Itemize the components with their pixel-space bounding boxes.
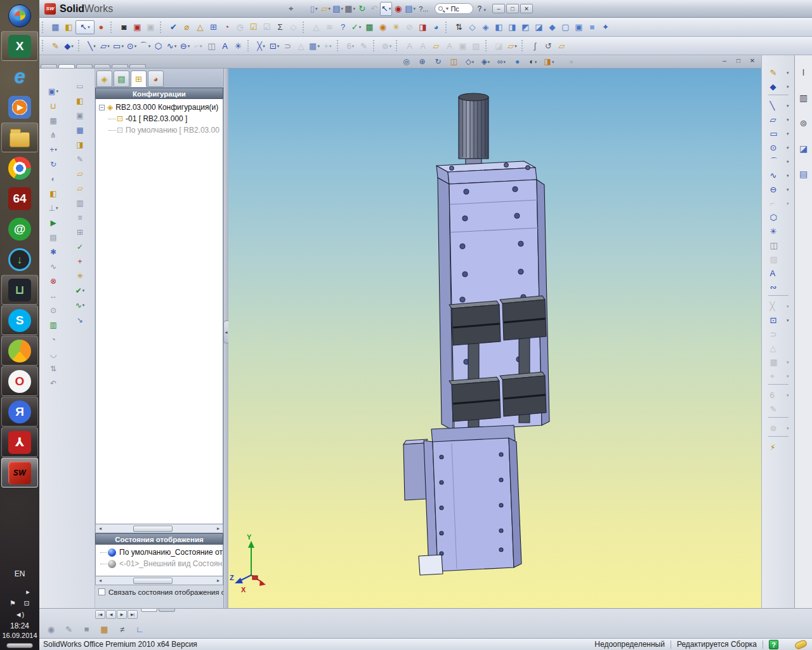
zoom-area-icon[interactable]: ⊕ — [414, 56, 430, 67]
zoom-fit-icon[interactable]: ◎ — [398, 56, 414, 67]
magnified-selection-icon[interactable]: ◉ — [376, 20, 390, 34]
photoworks-sphere-icon[interactable]: ● — [95, 20, 108, 34]
hide-show-items-icon[interactable]: ∞▾ — [494, 56, 509, 67]
command-tab[interactable] — [76, 64, 93, 68]
circle-icon[interactable]: ⊙▾ — [765, 140, 792, 154]
document-close-icon[interactable]: ✕ — [747, 56, 757, 65]
traffic-light-icon[interactable]: ◉ — [392, 2, 404, 16]
corner-rectangle-icon[interactable]: ▱▾ — [765, 112, 792, 126]
design-checker-icon[interactable]: ☑ — [247, 20, 260, 34]
search-dropdown-icon[interactable]: ▼ — [445, 6, 449, 11]
section-view-icon[interactable]: ◫ — [446, 56, 462, 67]
taskbar-scrollbar[interactable] — [6, 643, 33, 648]
normal-to-view-icon[interactable]: ⇅ — [452, 20, 466, 34]
instant3d-icon[interactable]: ↶ — [43, 376, 64, 390]
help-button[interactable]: ? ▾ — [477, 4, 486, 13]
app-64-taskbar-button[interactable]: 64 — [1, 183, 38, 213]
shaded-style-icon[interactable]: ■ — [586, 20, 599, 34]
video-camera-icon[interactable]: ▣ — [131, 20, 144, 34]
display-state-item[interactable]: <-01>_Внешний вид Состоян — [96, 558, 223, 569]
tree-item[interactable]: ⊡ По умолчанию [ RB2.03.00 — [96, 124, 223, 136]
blue-arrow-icon[interactable]: ↘ — [69, 312, 91, 327]
rebuild-icon[interactable]: ↻ — [356, 2, 368, 16]
wireframe-style-icon[interactable]: ▢ — [559, 20, 572, 34]
toolbar-overflow[interactable]: ?... — [419, 5, 428, 13]
link-display-states-checkbox[interactable] — [98, 588, 105, 595]
performance-evaluation-icon[interactable]: ◔ — [43, 332, 64, 347]
graphics-area[interactable]: Y Z X — [228, 69, 761, 608]
scroll-left-icon[interactable]: ◂ — [96, 578, 105, 583]
display-state-item[interactable]: По умолчанию_Состояние от — [96, 547, 223, 558]
internet-explorer-taskbar-button[interactable]: e — [1, 62, 38, 91]
mirror-entities-icon[interactable]: ◫ — [205, 39, 218, 53]
design-library-icon[interactable]: ▥ — [797, 91, 811, 105]
quick-snaps-icon[interactable]: ⚡ — [765, 440, 792, 454]
left-view-icon[interactable]: ◧ — [492, 20, 506, 34]
command-tab[interactable] — [41, 64, 57, 68]
network-status-icon[interactable]: ⊡ — [22, 599, 32, 607]
camera-icon[interactable]: ◙ — [117, 20, 131, 34]
hide-ui-icon[interactable]: ◉ — [44, 622, 58, 636]
point-icon[interactable]: ✳ — [232, 39, 245, 53]
convert-entities-icon[interactable]: ⊡▾ — [268, 39, 281, 53]
appearance-target-icon[interactable]: ◧ — [62, 20, 75, 34]
bill-of-materials-icon[interactable]: ▤ — [43, 230, 64, 244]
scrollbar-track[interactable] — [105, 577, 214, 585]
view-orientation-icon[interactable]: ◇▾ — [462, 56, 478, 67]
lighting-layers-icon[interactable]: ✳ — [390, 20, 403, 34]
edit-note-icon[interactable]: ✎ — [62, 622, 75, 636]
command-tab[interactable] — [112, 64, 128, 68]
back-view-icon[interactable]: ◈ — [479, 20, 492, 34]
paperclip-icon[interactable]: ∫ — [528, 39, 542, 53]
scroll-right-icon[interactable]: ▸ — [214, 526, 223, 531]
sketch-text-icon[interactable]: A — [765, 266, 792, 280]
tree-item[interactable]: − ◈ RB2.03.000 Конфигурация(и) — [96, 102, 223, 113]
front-view-icon[interactable]: ◇ — [466, 20, 479, 34]
solidworks-resources-icon[interactable]: I — [797, 65, 811, 79]
propertymanager-tab[interactable]: ▤ — [114, 70, 129, 87]
reference-geometry-icon[interactable]: ⊥▾ — [43, 201, 64, 215]
straight-slot-icon[interactable]: ▭▾ — [765, 126, 792, 140]
part-folder-icon[interactable]: ▱▾ — [506, 39, 519, 53]
panel-splitter[interactable]: ◄ — [224, 69, 228, 608]
start-button-taskbar-button[interactable] — [1, 1, 38, 30]
rotate-view-icon[interactable]: ↻ — [430, 56, 446, 67]
spline-icon[interactable]: ∿▾ — [165, 39, 178, 53]
spell-check-icon[interactable]: ✔ — [167, 20, 180, 34]
smart-fasteners-icon[interactable]: ⋔ — [43, 128, 64, 142]
language-indicator[interactable]: EN — [0, 569, 39, 578]
minimize-button[interactable]: – — [492, 4, 505, 13]
rotate-component-icon[interactable]: ↻ — [43, 157, 64, 171]
custom-properties-icon[interactable]: ▤ — [797, 167, 811, 181]
toolbar-options-icon[interactable]: ▦ — [49, 20, 62, 34]
select-cursor-icon[interactable]: ↖▾ — [75, 20, 95, 34]
point-icon[interactable]: ✳ — [765, 224, 792, 238]
polygon-icon[interactable]: ⬡ — [152, 39, 165, 53]
assembly-visualization-icon[interactable]: ▥ — [43, 317, 64, 332]
chrome-taskbar-button[interactable] — [1, 153, 38, 183]
scroll-left-icon[interactable]: ◂ — [96, 526, 105, 531]
featuremanager-tab[interactable]: ◈ — [96, 70, 112, 87]
approve-check-icon[interactable]: ✓ — [69, 239, 91, 254]
open-folder-2-icon[interactable]: ▱ — [69, 181, 91, 196]
search-pin-icon[interactable]: ⌖ — [284, 2, 298, 16]
library-panel-icon[interactable]: ▥ — [69, 196, 91, 210]
trim-entities-icon[interactable]: ╳▾ — [254, 39, 268, 53]
insert-component-icon[interactable]: ▣▾ — [43, 84, 64, 98]
centerpoint-arc-icon[interactable]: ⌒▾ — [138, 39, 152, 53]
open-document-icon[interactable]: ▱▾ — [320, 2, 332, 16]
select-cursor-icon[interactable]: ↖▾ — [380, 2, 392, 16]
render-globe-icon[interactable]: ◕ — [429, 20, 443, 34]
import-diagnostics-icon[interactable]: ? — [336, 20, 350, 34]
centerpoint-arc-icon[interactable]: ⌒▾ — [765, 154, 792, 168]
close-button[interactable]: ✕ — [520, 4, 533, 13]
axes-corner-icon[interactable]: ∟ — [133, 622, 147, 636]
list-view-icon[interactable]: ≡ — [69, 210, 91, 225]
command-search[interactable]: ▼ — [435, 3, 473, 14]
file-explorer-taskbar-button[interactable] — [1, 123, 38, 152]
scrollbar-thumb[interactable] — [133, 526, 173, 532]
symmetry-check-icon[interactable]: ⇅ — [43, 361, 64, 376]
mass-properties-icon[interactable]: △ — [193, 20, 207, 34]
linear-component-pattern-icon[interactable]: ▦ — [43, 113, 64, 128]
realview-icon[interactable]: ● — [509, 56, 525, 67]
